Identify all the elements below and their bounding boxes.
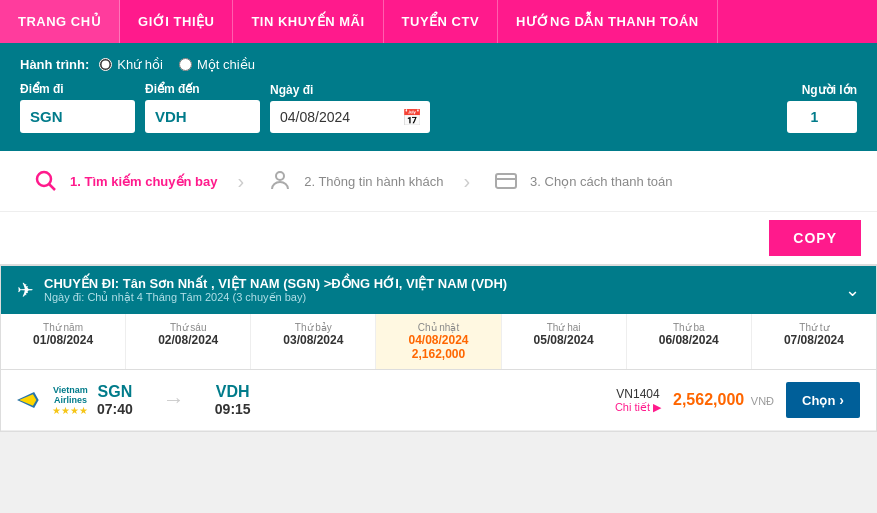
date-tab-0[interactable]: Thứ năm 01/08/2024: [1, 314, 126, 369]
svg-rect-3: [496, 174, 516, 188]
flight-number-area: VN1404 Chi tiết ▶: [603, 387, 673, 414]
arrival-airport: VDH 09:15: [215, 383, 251, 417]
chi-tiet-link[interactable]: Chi tiết ▶: [603, 401, 673, 414]
mot-chieu-radio[interactable]: Một chiều: [179, 57, 255, 72]
svg-point-2: [276, 172, 284, 180]
date-tab-1[interactable]: Thứ sáu 02/08/2024: [126, 314, 251, 369]
price-currency: VNĐ: [751, 395, 774, 407]
search-icon: [30, 165, 62, 197]
select-arrow-icon: ›: [839, 392, 844, 408]
person-icon: [264, 165, 296, 197]
svg-point-0: [37, 172, 51, 186]
flight-price: 2,562,000: [673, 391, 744, 408]
flight-title: CHUYẾN ĐI: Tân Sơn Nhất , VIỆT NAM (SGN)…: [44, 276, 507, 291]
departure-airport: SGN 07:40: [97, 383, 133, 417]
step-1: 1. Tìm kiếm chuyến bay: [30, 165, 218, 197]
price-area: 2,562,000 VNĐ: [673, 391, 774, 409]
hanh-trinh-label: Hành trình:: [20, 57, 89, 72]
step-1-text: 1. Tìm kiếm chuyến bay: [70, 174, 218, 189]
airline-logo: Vietnam Airlines ★★★★: [17, 385, 97, 416]
date-tab-5[interactable]: Thứ ba 06/08/2024: [627, 314, 752, 369]
plane-icon: ✈: [17, 278, 34, 302]
ngay-di-label: Ngày đi: [270, 83, 430, 97]
nguoi-lon-input[interactable]: [787, 101, 857, 133]
nav-trang-chu[interactable]: TRANG CHỦ: [0, 0, 120, 43]
nguoi-lon-label: Người lớn: [787, 83, 857, 97]
search-panel: Hành trình: Khứ hồi Một chiều Điểm đi Đi…: [0, 43, 877, 151]
select-button[interactable]: Chọn ›: [786, 382, 860, 418]
step-3: 3. Chọn cách thanh toán: [490, 165, 672, 197]
route-info: SGN 07:40 → VDH 09:15: [97, 383, 603, 417]
date-tab-2[interactable]: Thứ bảy 03/08/2024: [251, 314, 376, 369]
date-tab-4[interactable]: Thứ hai 05/08/2024: [502, 314, 627, 369]
flight-header: ✈ CHUYẾN ĐI: Tân Sơn Nhất , VIỆT NAM (SG…: [1, 266, 876, 314]
diem-den-group: Điểm đến: [145, 82, 260, 133]
diem-di-label: Điểm đi: [20, 82, 135, 96]
ngay-di-group: Ngày đi 📅: [270, 83, 430, 133]
date-tab-3-active[interactable]: Chủ nhật 04/08/2024 2,162,000: [376, 314, 501, 369]
diem-den-label: Điểm đến: [145, 82, 260, 96]
airline-stars: ★★★★: [44, 405, 97, 416]
date-tab-6[interactable]: Thứ tư 07/08/2024: [752, 314, 876, 369]
nav-huong-dan-thanh-toan[interactable]: HƯỚNG DẪN THANH TOÁN: [498, 0, 718, 43]
nguoi-lon-group: Người lớn: [787, 83, 857, 133]
step-2: 2. Thông tin hành khách: [264, 165, 443, 197]
step-2-text: 2. Thông tin hành khách: [304, 174, 443, 189]
flight-subtitle: Ngày đi: Chủ nhật 4 Tháng Tám 2024 (3 ch…: [44, 291, 507, 304]
airline-name: Vietnam Airlines: [44, 385, 97, 405]
wallet-icon: [490, 165, 522, 197]
diem-di-input[interactable]: [20, 100, 135, 133]
main-nav: TRANG CHỦ GIỚI THIỆU TIN KHUYẾN MÃI TUYỂ…: [0, 0, 877, 43]
step-arrow-1: ›: [238, 170, 245, 193]
steps-bar: 1. Tìm kiếm chuyến bay › 2. Thông tin hà…: [0, 151, 877, 212]
nav-tuyen-ctv[interactable]: TUYỂN CTV: [384, 0, 499, 43]
nav-tin-khuyen-mai[interactable]: TIN KHUYẾN MÃI: [233, 0, 383, 43]
chevron-down-icon[interactable]: ⌄: [845, 279, 860, 301]
step-3-text: 3. Chọn cách thanh toán: [530, 174, 672, 189]
copy-area: COPY: [0, 212, 877, 265]
step-arrow-2: ›: [463, 170, 470, 193]
ngay-di-input[interactable]: [270, 101, 430, 133]
flight-number: VN1404: [603, 387, 673, 401]
khu-hoi-radio[interactable]: Khứ hồi: [99, 57, 163, 72]
svg-line-1: [49, 184, 55, 190]
airline-logo-icon: [17, 389, 40, 411]
copy-button[interactable]: COPY: [769, 220, 861, 256]
diem-di-group: Điểm đi: [20, 82, 135, 133]
diem-den-input[interactable]: [145, 100, 260, 133]
flight-row: Vietnam Airlines ★★★★ SGN 07:40 → VDH 09…: [1, 370, 876, 431]
route-arrow-icon: →: [163, 387, 185, 413]
flight-section: ✈ CHUYẾN ĐI: Tân Sơn Nhất , VIỆT NAM (SG…: [0, 265, 877, 432]
date-tabs: Thứ năm 01/08/2024 Thứ sáu 02/08/2024 Th…: [1, 314, 876, 370]
nav-gioi-thieu[interactable]: GIỚI THIỆU: [120, 0, 233, 43]
